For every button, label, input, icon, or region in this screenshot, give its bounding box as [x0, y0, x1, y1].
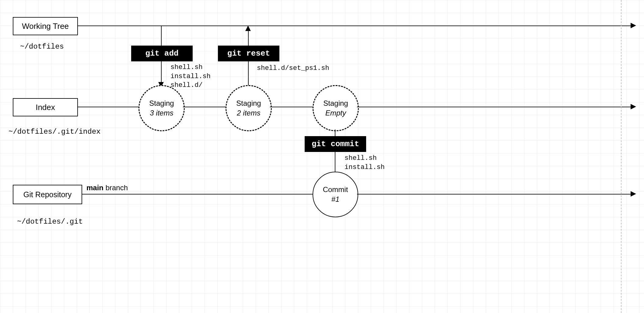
git-reset-files: shell.d/set_ps1.sh	[257, 64, 329, 73]
git-add-files: shell.sh install.sh shell.d/	[170, 63, 211, 90]
arrow-right-icon	[631, 23, 636, 28]
arrow-right-icon	[631, 191, 636, 197]
staging2-title: Staging	[236, 98, 261, 108]
commit-circle: Commit #1	[313, 172, 358, 217]
working-tree-path: ~/dotfiles	[20, 43, 64, 51]
right-guide-line	[621, 0, 621, 313]
arrow-right-icon	[631, 104, 636, 109]
index-line-seg1	[77, 107, 138, 107]
index-line-seg3	[270, 107, 313, 107]
staging-circle-1: Staging 3 items	[138, 85, 185, 131]
working-tree-box: Working Tree	[13, 17, 78, 35]
index-box: Index	[13, 98, 78, 116]
commit-title: Commit	[323, 185, 348, 194]
arrow-up-icon	[245, 26, 251, 31]
git-add-text: git add	[145, 49, 178, 58]
diagram-canvas: Working Tree ~/dotfiles git add shell.sh…	[0, 0, 644, 313]
git-commit-text: git commit	[312, 139, 359, 149]
index-line-seg4	[357, 107, 631, 107]
branch-label: main branch	[86, 184, 128, 192]
branch-name-rest: branch	[103, 184, 128, 192]
repo-box: Git Repository	[13, 185, 82, 204]
git-add-label: git add	[131, 46, 193, 61]
git-reset-text: git reset	[227, 49, 270, 58]
staging1-detail: 3 items	[150, 108, 173, 118]
git-commit-label: git commit	[305, 136, 366, 152]
index-line-seg2	[183, 107, 226, 107]
staging1-title: Staging	[149, 98, 174, 108]
staging-circle-3: Staging Empty	[313, 85, 359, 131]
repo-path: ~/dotfiles/.git	[17, 218, 83, 226]
staging3-title: Staging	[323, 98, 348, 108]
working-tree-title: Working Tree	[22, 22, 69, 31]
working-tree-line	[77, 26, 631, 26]
repo-line-seg1	[82, 194, 313, 194]
staging3-detail: Empty	[325, 108, 346, 118]
staging2-detail: 2 items	[237, 108, 260, 118]
git-commit-files: shell.sh install.sh	[345, 154, 385, 172]
index-path: ~/dotfiles/.git/index	[9, 128, 100, 136]
branch-name-bold: main	[86, 184, 103, 192]
git-reset-label: git reset	[218, 46, 279, 61]
repo-line-seg2	[357, 194, 631, 194]
repo-title: Git Repository	[23, 190, 72, 199]
index-title: Index	[36, 103, 55, 112]
commit-detail: #1	[331, 194, 340, 204]
staging-circle-2: Staging 2 items	[226, 85, 272, 131]
